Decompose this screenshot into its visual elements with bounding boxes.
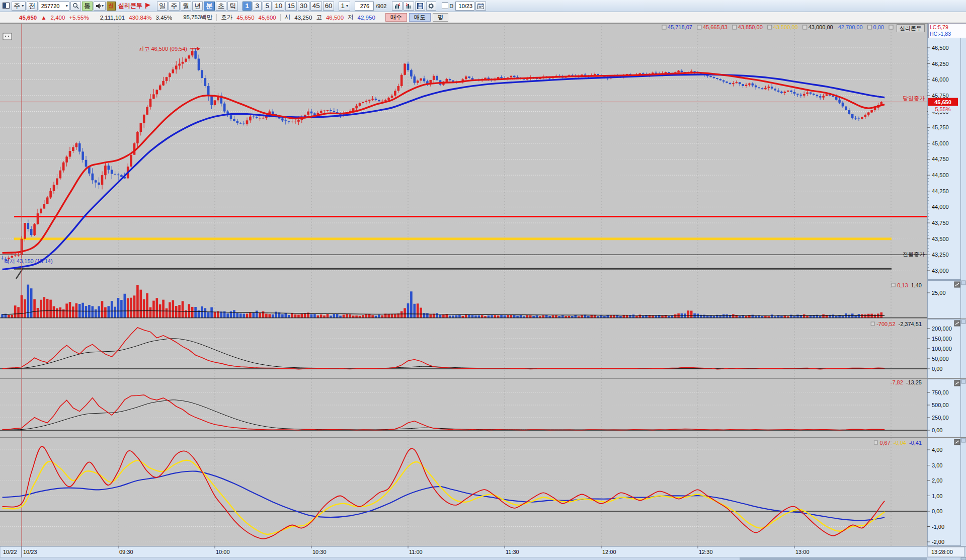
legend-value: 45,718,07: [668, 24, 692, 30]
panel3-label-value: -700,52: [876, 321, 895, 327]
panel3-edge-strip: [961, 319, 966, 378]
panel5-tick-label: -2,00: [932, 539, 944, 545]
period-minute-button[interactable]: 분: [204, 2, 214, 11]
buy-button[interactable]: 매수: [385, 13, 407, 22]
interval-3-button[interactable]: 3: [253, 2, 262, 11]
sound-button[interactable]: ▾: [94, 2, 106, 11]
interval-1-button[interactable]: 1: [243, 2, 252, 11]
interval-10-button[interactable]: 10: [273, 2, 284, 11]
panel4-panel: [0, 379, 927, 437]
current-price-pct: 5,55%: [935, 106, 950, 112]
interval-15-button[interactable]: 15: [285, 2, 297, 11]
interval-30-button[interactable]: 30: [298, 2, 309, 11]
day-close-label: 당일종가: [903, 95, 925, 101]
price-tick-label: 45,000: [932, 140, 949, 146]
stock-code-input[interactable]: 257720▾: [39, 2, 69, 11]
low-annotation: 최저 43,150 (15:14): [4, 258, 53, 264]
chart-area: 최고 46,500 (09:54)최저 43,150 (15:14)당일종가전월…: [0, 23, 966, 560]
period-month-button[interactable]: 월: [181, 2, 191, 11]
legend-checkbox[interactable]: [868, 25, 872, 29]
tong-button[interactable]: 통: [82, 2, 93, 11]
legend-checkbox[interactable]: [803, 25, 807, 29]
legend-checkbox[interactable]: [662, 25, 666, 29]
panel5-tick-label: 4,00: [932, 447, 942, 453]
panel5-tick-label: 1,00: [932, 493, 942, 499]
period-day-button[interactable]: 일: [157, 2, 168, 11]
settings-button[interactable]: [426, 2, 436, 11]
period-tick-button[interactable]: 틱: [227, 2, 238, 11]
legend-checkbox[interactable]: [768, 25, 772, 29]
panel4-tick-label: 750,00: [932, 389, 949, 395]
legend-value: 43,500,00: [773, 24, 798, 30]
open-label: 시: [283, 14, 293, 21]
chart-scroll-right-button[interactable]: [404, 2, 414, 11]
edge-scroll-button[interactable]: [961, 438, 965, 442]
lc-value: LC:5,79: [930, 24, 965, 31]
legend-checkbox[interactable]: [889, 25, 893, 29]
legend-value: 42,700,00: [838, 24, 863, 30]
search-button[interactable]: [70, 2, 81, 11]
save-button[interactable]: [415, 2, 425, 11]
volume: 2,111,101: [98, 15, 127, 21]
interval-60-button[interactable]: 60: [323, 2, 335, 11]
volume-panel: [0, 280, 927, 318]
prev-stock-button[interactable]: 전: [27, 2, 37, 11]
bar-total-label: /902: [375, 3, 387, 9]
panel5-label-value: -0,04: [894, 440, 906, 446]
main-edge-strip: [961, 23, 966, 280]
volume-ratio: 430.84%: [127, 15, 153, 21]
panel4-tick-label: 0,00: [932, 427, 942, 433]
end-time-label: 13:28:00: [931, 549, 953, 555]
period-week-button[interactable]: 주: [169, 2, 179, 11]
high-annotation: 최고 46,500 (09:54): [138, 46, 187, 52]
trade-value: 95,753백만: [181, 14, 214, 21]
period-second-button[interactable]: 초: [216, 2, 226, 11]
chart-scroll-left-button[interactable]: [392, 2, 403, 11]
main-toolbar: 주▾전257720▾통▾신실리콘투일주월년분초틱13510153045601▾2…: [0, 0, 966, 12]
h-scrollbar-button[interactable]: [961, 557, 966, 560]
panel4-label-value: -13,25: [906, 379, 922, 385]
price-tick-label: 43,750: [932, 220, 949, 226]
time-tick-label: 09:30: [119, 549, 133, 555]
hoga-label: 호가: [219, 14, 234, 21]
time-tick-label: 10/22: [3, 549, 17, 555]
interval-45-button[interactable]: 45: [310, 2, 322, 11]
ask-price: 45,650: [234, 15, 256, 21]
panel3-tick-label: 50,000: [932, 356, 949, 362]
h-scrollbar-thumb[interactable]: [740, 557, 927, 560]
period-year-button[interactable]: 년: [192, 2, 203, 11]
price-tick-label: 43,500: [932, 236, 949, 242]
panel3-label-value: -2,374,51: [899, 321, 922, 327]
bid-price: 45,600: [257, 15, 278, 21]
edge-scroll-button[interactable]: [961, 319, 965, 324]
panel4-label-value: -7,82: [891, 379, 903, 385]
interval-5-button[interactable]: 5: [263, 2, 272, 11]
up-arrow: ▲: [39, 15, 48, 21]
price-tick-label: 44,500: [932, 172, 949, 178]
volume-label-checkbox[interactable]: [892, 283, 895, 287]
flat-button[interactable]: 평: [433, 13, 449, 22]
change-percent: +5.55%: [67, 15, 91, 21]
panel3-label-checkbox[interactable]: [871, 322, 874, 326]
date-box[interactable]: 10/23: [455, 2, 474, 11]
panel5-label-checkbox[interactable]: [874, 441, 877, 444]
open-price: 43,250: [292, 15, 314, 21]
legend-checkbox[interactable]: [697, 25, 701, 29]
d-checkbox[interactable]: [442, 3, 448, 9]
time-tick-label: 13:00: [795, 549, 810, 555]
edge-scroll-button[interactable]: [961, 281, 965, 285]
calendar-button[interactable]: [475, 2, 486, 11]
price-tick-label: 44,000: [932, 204, 949, 210]
chart-tool-icon[interactable]: [3, 33, 12, 40]
legend-value: 45,665,83: [703, 24, 728, 30]
window-split-icon: [2, 3, 11, 10]
legend-checkbox[interactable]: [733, 25, 737, 29]
panel5-label-value: 0,67: [879, 440, 890, 446]
hc-value: HC:-1,83: [930, 31, 965, 37]
custom-interval-select[interactable]: 1▾: [339, 2, 350, 11]
chart-kind-select[interactable]: 주▾: [12, 2, 26, 11]
sell-button[interactable]: 매도: [409, 13, 431, 22]
bar-count-box[interactable]: 276: [355, 2, 374, 11]
edge-scroll-button[interactable]: [961, 379, 965, 383]
legend-value: 43,850,00: [738, 24, 763, 30]
